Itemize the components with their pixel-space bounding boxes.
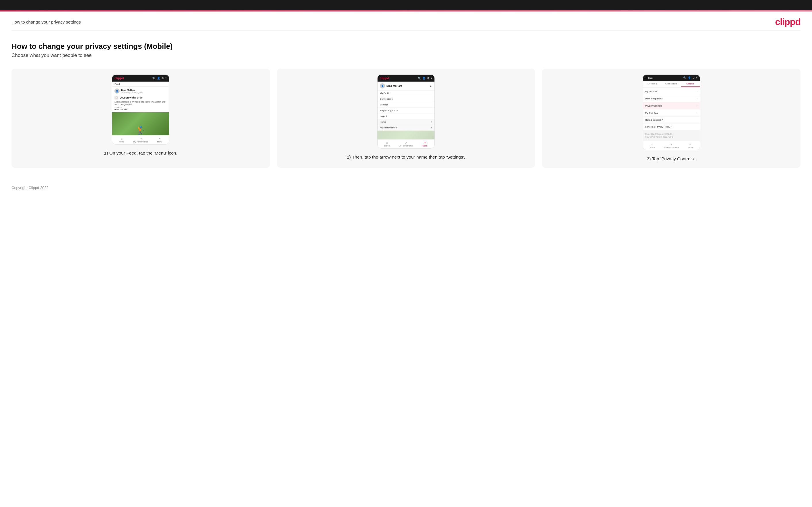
phone1-post-meta: Blair McHarg Yesterday · Sunningdale	[121, 89, 143, 93]
phone2-icons: 🔍 👤 ⚙ ▾	[418, 77, 432, 79]
phone3-myaccount-label: My Account	[645, 90, 657, 93]
phone1-duration-label: Duration	[114, 107, 167, 109]
phone3-settings-list: My Account › Data Integrations › Privacy…	[643, 87, 700, 141]
phone2-helpsupport-label: Help & Support ↗	[380, 109, 398, 112]
phone1-logo: clippd	[114, 76, 123, 80]
phone3-nav-menu: ≡ Menu	[681, 141, 700, 150]
phone2-nav-menu-label: Menu	[422, 145, 427, 147]
header: How to change your privacy settings clip…	[0, 11, 812, 30]
steps-grid: clippd 🔍 👤 ⚙ ▾ Feed 👤 Blair McHar	[11, 69, 801, 168]
user-icon: 👤	[688, 76, 691, 79]
search-icon: 🔍	[152, 77, 156, 79]
phone1-nav-performance: ↗ My Performance	[131, 135, 150, 144]
page-heading: How to change your privacy settings (Mob…	[11, 42, 801, 51]
phone1-post-text: Looking to feel like my hands are exitin…	[114, 101, 167, 106]
phone1-nav-menu: ≡ Menu	[150, 135, 169, 144]
phone2-user-info: 👤 Blair McHarg	[380, 83, 403, 89]
chevron-right-icon: ›	[697, 97, 698, 100]
chevron-down-icon: ▾	[165, 77, 167, 79]
phone3-icons: 🔍 👤 ⚙ ▾	[683, 76, 698, 79]
chevron-down-icon: ▾	[696, 76, 698, 79]
tab-myprofile: My Profile	[643, 81, 662, 87]
phone2-menu-logout: Logout	[377, 113, 435, 119]
phone2-nav-performance-label: My Performance	[399, 145, 413, 147]
phone3-nav-home: ⌂ Home	[643, 141, 662, 150]
phone2-nav-home-label: Home	[385, 145, 390, 147]
phone2-user-row: 👤 Blair McHarg ▲	[377, 81, 435, 91]
phone1-nav-bar: clippd 🔍 👤 ⚙ ▾	[112, 75, 169, 81]
phone3-servicepolicy-label: Service & Privacy Policy ↗	[645, 125, 672, 128]
phone1-bottom-nav: ⌂ Home ↗ My Performance ≡ Menu	[112, 135, 169, 144]
phone2-section-home: Home ▾	[377, 119, 435, 125]
menu-icon: ≡	[159, 137, 160, 140]
phone1-lesson-title: Lesson with Fordy	[119, 96, 143, 99]
phone3-item-dataintegrations: Data Integrations ›	[643, 95, 700, 102]
phone2-settings-label: Settings	[380, 103, 388, 106]
home-icon: ⌂	[652, 143, 653, 146]
phone3-client-version: Clippd Client Version: 2022.8.3-3	[645, 133, 698, 135]
footer: Copyright Clippd 2022	[0, 179, 812, 196]
phone3-item-servicepolicy: Service & Privacy Policy ↗	[643, 123, 700, 130]
header-breadcrumb: How to change your privacy settings	[11, 19, 81, 24]
golfer-figure: 🏌️	[136, 126, 146, 135]
phone1-icons: 🔍 👤 ⚙ ▾	[152, 77, 167, 79]
step1-caption: 1) On your Feed, tap the 'Menu' icon.	[104, 150, 177, 156]
phone2-menu-helpsupport: Help & Support ↗	[377, 108, 435, 113]
page-subtitle: Choose what you want people to see	[11, 53, 801, 58]
chevron-down-icon: ▾	[431, 77, 432, 79]
phone3-item-helpsupport: Help & Support ↗	[643, 117, 700, 123]
chevron-right-icon: ›	[697, 104, 698, 107]
phone1-duration-val: 01 hr : 30 min	[114, 109, 167, 111]
phone3-server-version: GQL Server Version: 2022.7.30-1	[645, 135, 698, 138]
phone2-user-name: Blair McHarg	[387, 84, 403, 87]
chevron-right-icon: ›	[697, 111, 698, 114]
phone1-nav-home-label: Home	[119, 141, 124, 143]
phone2-menu-settings: Settings	[377, 102, 435, 108]
tab-connections: Connections	[662, 81, 681, 87]
phone1-nav-menu-label: Menu	[157, 141, 162, 143]
user-icon: 👤	[157, 77, 160, 79]
phone2-logout-label: Logout	[380, 115, 387, 117]
phone1-post-sub: Yesterday · Sunningdale	[121, 91, 143, 93]
chevron-down-icon: ▾	[431, 126, 432, 129]
phone3-mygolfbag-label: My Golf Bag	[645, 112, 658, 114]
phone2-nav-home: ⌂ Home	[377, 139, 397, 148]
phone2-logo: clippd	[380, 76, 389, 80]
phone1-feed-tab: Feed	[112, 81, 169, 87]
chevron-down-icon: ▾	[431, 121, 432, 123]
phone3-nav-home-label: Home	[650, 147, 655, 149]
phone3-item-mygolfbag: My Golf Bag ›	[643, 109, 700, 116]
phone3-nav-menu-label: Menu	[688, 147, 693, 149]
phone-mockup-3: ← Back 🔍 👤 ⚙ ▾ My Profile Connections Se…	[643, 74, 700, 150]
step-card-3: ← Back 🔍 👤 ⚙ ▾ My Profile Connections Se…	[542, 69, 801, 168]
search-icon: 🔍	[683, 76, 687, 79]
settings-icon: ⚙	[162, 77, 164, 79]
phone1-golf-image: 🏌️	[112, 112, 169, 135]
phone-mockup-2: clippd 🔍 👤 ⚙ ▾ 👤 Blair McHarg ▲	[377, 74, 435, 149]
main-content: How to change your privacy settings (Mob…	[0, 31, 812, 176]
logo: clippd	[775, 17, 801, 27]
phone1-nav-performance-label: My Performance	[134, 141, 148, 143]
phone3-bottom-nav: ⌂ Home ↗ My Performance ≡ Menu	[643, 141, 700, 150]
phone2-avatar: 👤	[380, 83, 385, 89]
phone2-performance-label: My Performance	[380, 126, 397, 129]
search-icon: 🔍	[418, 77, 421, 79]
step-card-1: clippd 🔍 👤 ⚙ ▾ Feed 👤 Blair McHar	[11, 69, 270, 168]
phone2-myprofile-label: My Profile	[380, 92, 390, 95]
home-icon: ⌂	[121, 137, 122, 140]
close-icon: ✕	[424, 141, 426, 144]
step2-caption: 2) Then, tap the arrow next to your name…	[347, 154, 465, 160]
performance-icon: ↗	[140, 137, 142, 140]
phone2-nav-performance: ↗ My Performance	[397, 139, 415, 148]
phone3-version-info: Clippd Client Version: 2022.8.3-3 GQL Se…	[643, 130, 700, 141]
phone1-lesson-row: 📋 Lesson with Fordy	[114, 95, 167, 101]
phone3-back-button: ← Back	[645, 77, 653, 79]
top-bar	[0, 0, 812, 10]
copyright-text: Copyright Clippd 2022	[11, 185, 49, 190]
phone2-bg-strip	[377, 131, 435, 139]
phone3-item-myaccount: My Account ›	[643, 88, 700, 95]
phone2-connections-label: Connections	[380, 98, 393, 100]
phone2-home-label: Home	[380, 121, 386, 123]
tab-settings: Settings	[681, 81, 700, 87]
phone2-bottom-nav: ⌂ Home ↗ My Performance ✕ Menu	[377, 139, 435, 148]
